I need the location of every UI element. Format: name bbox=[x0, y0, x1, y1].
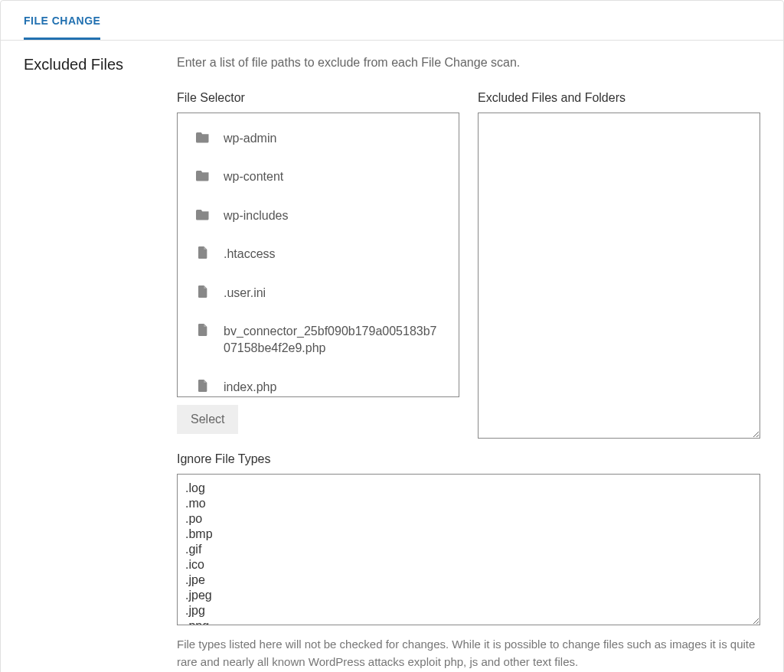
section-body: Enter a list of file paths to exclude fr… bbox=[177, 56, 760, 670]
file-icon bbox=[196, 380, 211, 392]
folder-icon bbox=[196, 208, 211, 220]
ignore-help-text: File types listed here will not be check… bbox=[177, 636, 760, 670]
file-item[interactable]: wp-content bbox=[178, 158, 459, 196]
file-item-label: wp-admin bbox=[224, 130, 276, 147]
file-item-label: .user.ini bbox=[224, 285, 266, 302]
content: Excluded Files Enter a list of file path… bbox=[1, 41, 783, 672]
file-item[interactable]: index.php bbox=[178, 368, 459, 397]
ignore-label: Ignore File Types bbox=[177, 452, 760, 466]
ignore-textarea[interactable] bbox=[177, 474, 760, 625]
file-item-label: wp-content bbox=[224, 168, 283, 185]
tab-bar: FILE CHANGE bbox=[1, 1, 783, 41]
excluded-textarea[interactable] bbox=[478, 113, 760, 439]
section-title: Excluded Files bbox=[24, 56, 177, 73]
file-item[interactable]: wp-admin bbox=[178, 119, 459, 158]
file-icon bbox=[196, 246, 211, 259]
file-item[interactable]: .htaccess bbox=[178, 235, 459, 273]
file-item-label: index.php bbox=[224, 379, 276, 396]
folder-icon bbox=[196, 169, 211, 181]
file-item[interactable]: bv_connector_25bf090b179a005183b707158be… bbox=[178, 312, 459, 368]
file-icon bbox=[196, 285, 211, 298]
file-item-label: bv_connector_25bf090b179a005183b707158be… bbox=[224, 323, 440, 357]
select-button[interactable]: Select bbox=[177, 405, 238, 434]
file-item-label: wp-includes bbox=[224, 207, 288, 224]
excluded-column: Excluded Files and Folders bbox=[478, 91, 760, 439]
file-item[interactable]: .user.ini bbox=[178, 274, 459, 312]
settings-panel: FILE CHANGE Excluded Files Enter a list … bbox=[0, 0, 784, 672]
tab-file-change[interactable]: FILE CHANGE bbox=[24, 1, 100, 40]
section-description: Enter a list of file paths to exclude fr… bbox=[177, 56, 760, 70]
file-selector-column: File Selector wp-adminwp-contentwp-inclu… bbox=[177, 91, 459, 439]
file-item-label: .htaccess bbox=[224, 246, 276, 263]
file-icon bbox=[196, 324, 211, 336]
folder-icon bbox=[196, 131, 211, 143]
excluded-label: Excluded Files and Folders bbox=[478, 91, 760, 105]
file-selector-label: File Selector bbox=[177, 91, 459, 105]
selector-row: File Selector wp-adminwp-contentwp-inclu… bbox=[177, 91, 760, 439]
file-item[interactable]: wp-includes bbox=[178, 197, 459, 235]
section-header: Excluded Files bbox=[24, 56, 177, 670]
ignore-section: Ignore File Types File types listed here… bbox=[177, 452, 760, 670]
file-selector-list[interactable]: wp-adminwp-contentwp-includes.htaccess.u… bbox=[177, 113, 459, 397]
